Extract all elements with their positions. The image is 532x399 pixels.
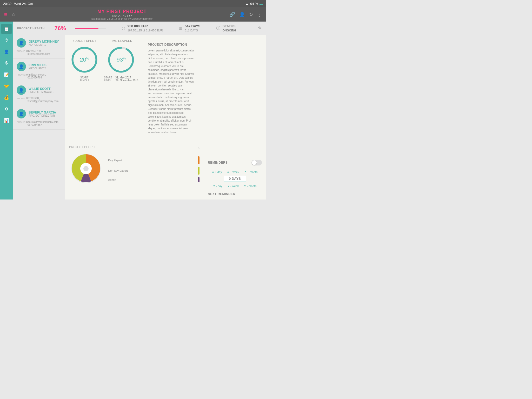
sidebar-item-finance[interactable]: 💰	[1, 92, 12, 103]
time-chart-wrap: TIME ELAPSED 93% STA	[104, 39, 138, 138]
phone-erin: PHONE: erin@acme.com, 0123456789	[17, 73, 61, 79]
divider-3	[208, 24, 208, 32]
time-chart-label: TIME ELAPSED	[110, 39, 132, 42]
avatar-willie: 👤	[17, 85, 26, 95]
reminders-toggle[interactable]	[251, 160, 262, 165]
status-bar-right: ▲ 94 % ▬	[245, 2, 263, 6]
days-display: 0 DAYS	[224, 176, 246, 182]
people-section: PROJECT PEOPLE 6	[65, 142, 204, 200]
middle-panel: BUDGET SPENT 20% STA	[65, 35, 204, 200]
minus-month-btn[interactable]: ∨ - month	[242, 183, 258, 189]
sidebar-item-documents[interactable]: 📋	[1, 24, 12, 34]
budget-chart-label: BUDGET SPENT	[72, 39, 96, 42]
desc-text: Lorem ipsum dolor sit amet, consectetur …	[148, 49, 194, 134]
minus-row: ∨ - day ∨ - week ∨ - month	[208, 183, 262, 189]
role-willie: PROJECT MANAGER	[29, 91, 55, 94]
plus-day-btn[interactable]: ∧ + day	[210, 169, 223, 175]
budget-icon: ◎	[122, 26, 125, 31]
days-main: 547 DAYS	[185, 24, 200, 29]
legend-label-nonkey: Non-key Expert	[108, 169, 128, 172]
minus-day-btn[interactable]: ∨ - day	[211, 183, 224, 189]
home-icon[interactable]: ⌂	[12, 12, 15, 17]
phone-jeremy: PHONE: 0123456789, jeremy@acme.com	[17, 50, 61, 55]
last-updated: last updated: 23.08.18 at 14:56 by Marco…	[91, 17, 153, 20]
chevron-up-day: ∧	[212, 170, 214, 174]
battery-icon: ▬	[260, 2, 263, 6]
right-top	[204, 35, 266, 156]
reminders-header: REMINDERS	[208, 160, 262, 165]
role-jeremy: KEY CLIENT 1	[29, 43, 59, 46]
project-health-bar: PROJECT HEALTH 76% ◎ 950.000 EUR 187.531…	[13, 22, 266, 35]
people-content: Key Expert Non-key Expert Admin	[69, 151, 200, 185]
health-bar-fill	[75, 28, 98, 29]
more-icon[interactable]: ⋮	[257, 12, 262, 17]
plus-week-btn[interactable]: ∧ + week	[225, 169, 241, 175]
main-panels: 👤 JEREMY MCKINNEY KEY CLIENT 1 PHONE: 01…	[13, 35, 266, 200]
role-erin: KEY CLIENT 2	[29, 67, 46, 70]
attach-icon[interactable]: 🔗	[229, 12, 235, 17]
sidebar-item-reports[interactable]: 📊	[1, 115, 12, 125]
budget-chart: 20%	[70, 45, 99, 74]
health-bar-track	[75, 28, 106, 29]
menu-icon[interactable]: ≡	[4, 11, 7, 17]
chevron-down-week: ∨	[228, 184, 230, 188]
legend-bar-admin	[198, 177, 200, 182]
people-title: PROJECT PEOPLE	[69, 145, 96, 149]
time-chart: 93%	[107, 45, 135, 74]
divider-2	[171, 24, 171, 32]
sidebar-item-budget[interactable]: $	[1, 58, 12, 68]
contact-card-beverly: 👤 BEVERLY GARCIA PROJECT DIRECTOR PHONE:…	[13, 106, 65, 130]
desc-title: PROJECT DESCRIPTION	[148, 43, 194, 46]
refresh-icon[interactable]: ↻	[249, 12, 253, 17]
left-panel: 👤 JEREMY MCKINNEY KEY CLIENT 1 PHONE: 01…	[13, 35, 65, 200]
info-icon: ⓘ	[216, 25, 220, 31]
edit-icon[interactable]: ✎	[258, 25, 262, 31]
legend-bar-nonkey	[198, 167, 200, 175]
header-left: ≡ ⌂	[4, 11, 15, 17]
chevron-down-day: ∨	[213, 184, 215, 188]
chevron-up-week: ∧	[227, 170, 229, 174]
reminder-controls: ∧ + day ∧ + week ∧ + month	[208, 169, 262, 189]
time-start-finish: START 31. May 2017 FINISH 29. November 2…	[104, 76, 138, 82]
main-layout: 📋 ⏱ 👤 $ 📝 🤝 💰 ⚙ 📊 PROJECT HEALTH 76% ◎ 9…	[0, 22, 266, 200]
contact-card-erin: 👤 ERIN MILES KEY CLIENT 2 PHONE: erin@ac…	[13, 59, 65, 82]
sidebar-item-tasks[interactable]: 📝	[1, 69, 12, 80]
next-reminder-title: NEXT REMINDER	[208, 192, 262, 196]
budget-sub: 187.531,25 of 819.650 EUR	[128, 29, 163, 32]
header-center: MY FIRST PROJECT 18022014 / ID.b last up…	[91, 9, 153, 20]
calendar-icon: ▦	[179, 26, 183, 31]
plus-month-btn[interactable]: ∧ + month	[243, 169, 259, 175]
budget-value: 20%	[80, 56, 89, 63]
project-description-section: PROJECT DESCRIPTION Lorem ipsum dolor si…	[144, 39, 198, 138]
status-value: ONGOING	[222, 29, 236, 32]
name-erin: ERIN MILES	[29, 63, 46, 67]
legend-nonkey-expert: Non-key Expert	[108, 167, 200, 175]
battery-display: 94 %	[250, 2, 258, 6]
right-panel: REMINDERS ∧ + day ∧ + week	[204, 35, 266, 200]
contact-card-willie: 👤 WILLIE SCOTT PROJECT MANAGER PHONE: 06…	[13, 82, 65, 106]
days-metric: ▦ 547 DAYS 511 DAYS	[179, 24, 200, 32]
name-beverly: BEVERLY GARCIA	[29, 111, 56, 114]
status-label: STATUS	[222, 24, 236, 29]
project-id: 18022014 / ID.b	[91, 14, 153, 17]
health-percent: 76%	[55, 25, 66, 32]
minus-week-btn[interactable]: ∨ - week	[226, 183, 240, 189]
role-beverly: PROJECT DIRECTOR	[29, 114, 56, 117]
reminders-section: REMINDERS ∧ + day ∧ + week	[204, 156, 266, 200]
legend-label-key: Key Expert	[108, 159, 122, 162]
budget-chart-wrap: BUDGET SPENT 20% STA	[70, 39, 99, 138]
sidebar-item-time[interactable]: ⏱	[1, 35, 12, 45]
budget-main: 950.000 EUR	[128, 24, 163, 29]
status-bar: 20:32 Wed 24. Oct ▲ 94 % ▬	[0, 0, 266, 7]
health-label: PROJECT HEALTH	[17, 27, 45, 30]
sidebar-item-contacts[interactable]: 👤	[1, 46, 12, 57]
phone-beverly: PHONE: bgarcia@yourcompany.com, 06792345…	[17, 121, 61, 126]
project-title: MY FIRST PROJECT	[91, 9, 153, 14]
avatar-jeremy: 👤	[17, 38, 26, 48]
sidebar-item-handshake[interactable]: 🤝	[1, 81, 12, 91]
status-bar-left: 20:32 Wed 24. Oct	[3, 2, 33, 6]
budget-metric: ◎ 950.000 EUR 187.531,25 of 819.650 EUR	[122, 24, 163, 32]
sidebar-item-settings[interactable]: ⚙	[1, 104, 12, 114]
date-display: Wed 24. Oct	[14, 2, 33, 6]
user-icon[interactable]: 👤	[239, 12, 245, 17]
